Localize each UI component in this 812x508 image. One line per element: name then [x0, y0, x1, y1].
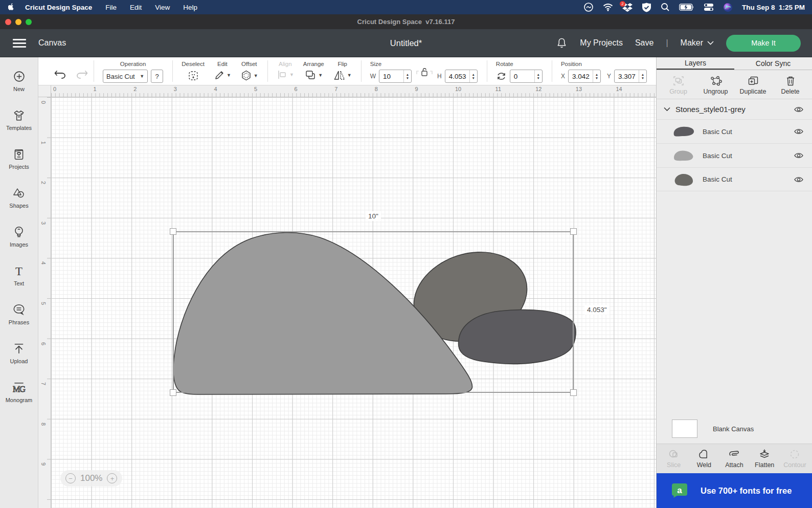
offset-button[interactable]: ▼	[240, 70, 258, 81]
attach-button[interactable]: Attach	[719, 446, 749, 472]
control-center-icon[interactable]	[704, 3, 714, 11]
layer-actions: Group Ungroup Duplicate Delete	[657, 70, 812, 99]
sidebar-item-label: Text	[14, 280, 24, 286]
layer-row-2[interactable]: Basic Cut	[657, 143, 812, 167]
menubar-clock[interactable]: Thu Sep 8 1:25 PM	[742, 4, 805, 11]
duplicate-button[interactable]: Duplicate	[734, 72, 772, 98]
weld-button[interactable]: Weld	[689, 446, 719, 472]
fonts-promo-banner[interactable]: a Use 700+ fonts for free	[657, 473, 812, 508]
layer-row-1[interactable]: Basic Cut	[657, 119, 812, 143]
eye-icon[interactable]	[794, 176, 804, 183]
sidebar-item-upload[interactable]: Upload	[0, 334, 38, 372]
shield-check-icon[interactable]	[642, 3, 651, 12]
height-axis-label: H	[437, 73, 442, 80]
sidebar-item-monogram[interactable]: MG Monogram	[0, 372, 38, 411]
menu-hamburger-icon[interactable]	[13, 39, 26, 48]
rotate-stepper[interactable]: ▲▼	[534, 70, 542, 82]
tab-color-sync[interactable]: Color Sync	[734, 57, 812, 70]
selection-handle-top-left[interactable]	[170, 228, 176, 235]
weld-icon	[698, 449, 710, 460]
menu-edit[interactable]: Edit	[130, 4, 142, 11]
position-y-input[interactable]: 3.307 ▲▼	[614, 70, 647, 83]
zoom-control: − 100% +	[60, 470, 122, 487]
rotate-icon[interactable]	[496, 71, 507, 81]
flip-button[interactable]: ▼	[333, 70, 352, 81]
notifications-bell-icon[interactable]	[556, 37, 568, 49]
ungroup-button[interactable]: Ungroup	[697, 72, 734, 98]
edit-label: Edit	[217, 61, 228, 67]
operation-help-button[interactable]: ?	[151, 70, 163, 83]
height-stepper[interactable]: ▲▼	[469, 70, 477, 82]
selection-handle-top-right[interactable]	[570, 228, 577, 235]
selection-handle-bottom-right[interactable]	[570, 389, 577, 396]
sidebar-item-shapes[interactable]: Shapes	[0, 178, 38, 217]
delete-button[interactable]: Delete	[772, 72, 809, 98]
width-stepper[interactable]: ▲▼	[403, 70, 411, 82]
machine-selector[interactable]: Maker	[681, 38, 714, 48]
zoom-window-button[interactable]	[26, 19, 32, 25]
menu-file[interactable]: File	[105, 4, 117, 11]
flip-group: Flip ▼	[333, 57, 352, 85]
blank-canvas-row[interactable]: Blank Canvas	[657, 414, 812, 444]
undo-button[interactable]	[53, 64, 69, 85]
wifi-icon[interactable]	[603, 3, 613, 11]
layer-label: Basic Cut	[703, 128, 732, 136]
battery-icon[interactable]	[679, 4, 694, 11]
deselect-group: Deselect	[182, 57, 205, 85]
position-y-stepper[interactable]: ▲▼	[639, 70, 646, 82]
menu-view[interactable]: View	[155, 4, 170, 11]
svg-text:T: T	[15, 264, 22, 277]
sidebar-item-images[interactable]: Images	[0, 217, 38, 256]
eye-icon[interactable]	[794, 152, 804, 159]
save-link[interactable]: Save	[635, 38, 653, 48]
layer-group-header[interactable]: Stones_style01-grey	[657, 99, 812, 119]
size-lock-icon[interactable]	[416, 67, 433, 77]
close-window-button[interactable]	[5, 19, 11, 25]
creative-cloud-icon[interactable]	[583, 2, 594, 12]
sidebar-item-projects[interactable]: Projects	[0, 139, 38, 178]
flip-label: Flip	[337, 61, 347, 67]
redo-button[interactable]	[74, 64, 89, 85]
eye-icon[interactable]	[794, 128, 804, 135]
eye-icon[interactable]	[794, 106, 804, 113]
position-x-stepper[interactable]: ▲▼	[593, 70, 600, 82]
spotlight-icon[interactable]	[661, 3, 670, 12]
position-x-input[interactable]: 3.042 ▲▼	[568, 70, 601, 83]
layer-row-3[interactable]: Basic Cut	[657, 167, 812, 191]
deselect-button[interactable]	[187, 70, 199, 82]
sidebar-item-new[interactable]: New	[0, 61, 38, 100]
deselect-icon	[187, 70, 199, 82]
zoom-out-button[interactable]: −	[65, 473, 76, 483]
menu-help[interactable]: Help	[183, 4, 197, 11]
chevron-down-icon[interactable]	[664, 107, 670, 112]
dropbox-icon[interactable]: 2	[622, 3, 633, 12]
selection-handle-bottom-left[interactable]	[170, 389, 176, 396]
zoom-in-button[interactable]: +	[107, 473, 117, 483]
edit-button[interactable]: ▼	[214, 70, 231, 81]
sidebar-item-phrases[interactable]: Phrases	[0, 295, 38, 334]
siri-icon[interactable]	[723, 3, 733, 12]
height-input[interactable]: 4.053 ▲▼	[445, 70, 478, 83]
width-input[interactable]: 10 ▲▼	[379, 70, 412, 83]
rotate-input[interactable]: 0 ▲▼	[510, 70, 543, 83]
paperclip-icon	[728, 449, 741, 460]
machine-selector-label: Maker	[681, 38, 703, 48]
my-projects-link[interactable]: My Projects	[580, 38, 623, 48]
duplicate-label: Duplicate	[739, 88, 766, 95]
sidebar-item-label: Projects	[9, 164, 29, 170]
design-canvas[interactable]: 01234567891011121314 0123456789 10" 4.05…	[38, 85, 656, 508]
selection-bounding-box[interactable]	[173, 231, 574, 393]
flatten-button[interactable]: Flatten	[750, 446, 780, 472]
apple-icon[interactable]	[8, 3, 16, 12]
make-it-button[interactable]: Make It	[726, 35, 801, 52]
sidebar-item-text[interactable]: T Text	[0, 256, 38, 295]
menubar-app-name[interactable]: Cricut Design Space	[25, 4, 92, 11]
sidebar-item-templates[interactable]: Templates	[0, 100, 38, 139]
operation-select[interactable]: Basic Cut ▼	[103, 70, 148, 83]
arrange-button[interactable]: ▼	[304, 70, 323, 81]
offset-label: Offset	[241, 61, 257, 67]
minimize-window-button[interactable]	[15, 19, 21, 25]
offset-icon	[240, 70, 252, 81]
canvas-nav-label[interactable]: Canvas	[38, 38, 66, 48]
tab-layers[interactable]: Layers	[657, 57, 734, 70]
